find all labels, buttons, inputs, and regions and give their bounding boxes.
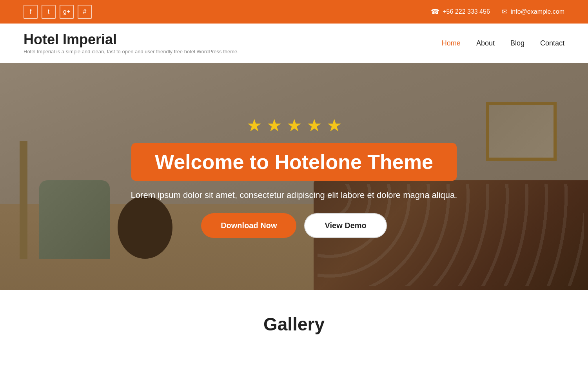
hero-title-box: Welcome to Hotelone Theme <box>131 143 457 181</box>
site-subtitle: Hotel Imperial is a simple and clean, fa… <box>24 49 239 54</box>
site-title: Hotel Imperial <box>24 32 239 47</box>
gallery-section: Gallery <box>0 290 588 350</box>
logo-area: Hotel Imperial Hotel Imperial is a simpl… <box>24 32 239 55</box>
hero-content: ★ ★ ★ ★ ★ Welcome to Hotelone Theme Lore… <box>131 115 457 238</box>
star-rating: ★ ★ ★ ★ ★ <box>247 115 342 135</box>
main-nav: Home About Blog Contact <box>442 39 564 47</box>
top-bar: f t g+ # ☎ +56 222 333 456 ✉ info@exampl… <box>0 0 588 24</box>
hero-buttons: Download Now View Demo <box>201 213 387 238</box>
download-now-button[interactable]: Download Now <box>201 213 296 238</box>
email-address: info@example.com <box>511 8 564 15</box>
phone-icon: ☎ <box>431 7 439 16</box>
nav-home[interactable]: Home <box>442 39 461 47</box>
header: Hotel Imperial Hotel Imperial is a simpl… <box>0 24 588 63</box>
gallery-title: Gallery <box>24 314 564 335</box>
star-3: ★ <box>287 115 302 135</box>
phone-contact: ☎ +56 222 333 456 <box>431 7 490 16</box>
social-icons: f t g+ # <box>24 5 92 19</box>
hero-title: Welcome to Hotelone Theme <box>155 150 433 174</box>
email-icon: ✉ <box>502 7 508 16</box>
star-2: ★ <box>267 115 282 135</box>
hero-description: Lorem ipsum dolor sit amet, consectetur … <box>131 189 457 201</box>
facebook-icon[interactable]: f <box>24 5 38 19</box>
googleplus-icon[interactable]: g+ <box>60 5 74 19</box>
instagram-icon[interactable]: # <box>78 5 92 19</box>
nav-about[interactable]: About <box>476 39 495 47</box>
hero-section: ★ ★ ★ ★ ★ Welcome to Hotelone Theme Lore… <box>0 63 588 290</box>
star-4: ★ <box>307 115 322 135</box>
star-1: ★ <box>247 115 262 135</box>
email-contact: ✉ info@example.com <box>502 7 564 16</box>
star-5: ★ <box>327 115 342 135</box>
phone-number: +56 222 333 456 <box>443 8 490 15</box>
nav-contact[interactable]: Contact <box>540 39 564 47</box>
contact-info: ☎ +56 222 333 456 ✉ info@example.com <box>431 7 564 16</box>
nav-blog[interactable]: Blog <box>510 39 524 47</box>
twitter-icon[interactable]: t <box>42 5 56 19</box>
view-demo-button[interactable]: View Demo <box>304 213 387 238</box>
